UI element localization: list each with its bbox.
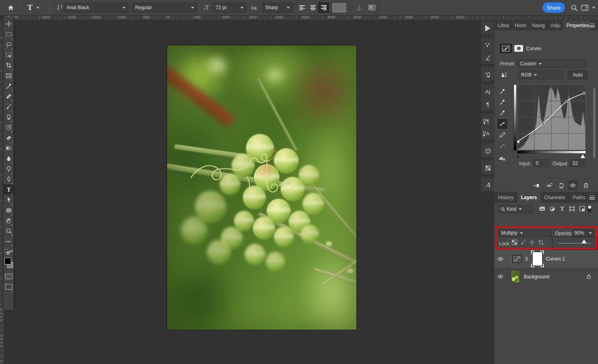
- paragraph-styles-panel-icon[interactable]: ¶: [481, 115, 494, 127]
- blend-mode-select[interactable]: Multiply: [498, 229, 552, 237]
- preset-select[interactable]: Custom: [517, 59, 586, 68]
- layer-lock-icon[interactable]: [586, 274, 592, 280]
- glyphs-panel-icon[interactable]: A: [481, 179, 494, 191]
- tool-move[interactable]: [4, 19, 14, 29]
- filter-smart-object-icon[interactable]: [578, 205, 586, 212]
- reset-adjustment-icon[interactable]: [557, 181, 566, 190]
- paragraph-panel-icon[interactable]: ¶: [481, 98, 494, 110]
- layer-row-curves[interactable]: Curves 1: [494, 250, 598, 268]
- tool-rectangular-marquee[interactable]: [4, 29, 14, 39]
- lock-pixels-icon[interactable]: [519, 239, 527, 246]
- workspace-icon[interactable]: [580, 3, 590, 12]
- opacity-slider-thumb[interactable]: [582, 239, 586, 243]
- layer-visibility-eye-icon[interactable]: [494, 250, 507, 268]
- layer-mask-thumbnail[interactable]: [532, 252, 543, 266]
- layer-name[interactable]: Background: [524, 274, 549, 280]
- auto-button[interactable]: Auto: [568, 70, 588, 79]
- mask-link-icon[interactable]: [524, 256, 529, 262]
- home-icon[interactable]: [6, 3, 16, 12]
- opacity-dropdown-button[interactable]: [587, 229, 594, 237]
- tab-paths[interactable]: Paths: [569, 192, 589, 203]
- tool-lasso[interactable]: [4, 39, 14, 50]
- align-left-button[interactable]: [297, 2, 307, 13]
- layers-panel-menu-icon[interactable]: [589, 192, 598, 203]
- black-input-slider[interactable]: [515, 154, 520, 158]
- tool-history-brush[interactable]: [4, 122, 14, 133]
- workspace-chevron-icon[interactable]: [590, 3, 597, 12]
- ruler-horizontal[interactable]: 0025002000150010005000500100015002000250…: [4, 15, 598, 20]
- lock-position-icon[interactable]: [528, 239, 536, 246]
- tab-navigator[interactable]: Navig: [529, 20, 547, 31]
- tool-hand[interactable]: [4, 215, 14, 226]
- tool-type[interactable]: T: [4, 184, 14, 195]
- patterns-panel-icon[interactable]: [481, 162, 494, 174]
- tool-object-selection[interactable]: [4, 50, 14, 60]
- clone-source-panel-icon[interactable]: [481, 68, 494, 81]
- tool-swap-colors[interactable]: ⇄: [4, 247, 14, 257]
- document-canvas[interactable]: [167, 45, 357, 330]
- 3d-panel-icon[interactable]: [481, 145, 494, 157]
- font-size-select[interactable]: 72 pt: [213, 3, 246, 12]
- tab-history[interactable]: History: [494, 192, 517, 203]
- filter-image-icon[interactable]: [538, 205, 546, 212]
- tool-preset-chevron-icon[interactable]: [35, 3, 41, 12]
- output-field[interactable]: 32: [570, 159, 586, 167]
- tool-more-options[interactable]: •••: [4, 236, 14, 247]
- tool-clone-stamp[interactable]: [4, 112, 14, 122]
- histogram-warning-icon[interactable]: [498, 153, 507, 163]
- font-family-select[interactable]: Arial Black: [64, 3, 128, 12]
- tab-channels[interactable]: Channels: [541, 192, 569, 203]
- share-button[interactable]: Share: [543, 2, 565, 13]
- filter-shape-icon[interactable]: [568, 205, 576, 212]
- targeted-adjustment-icon[interactable]: [499, 70, 509, 80]
- tab-histogram[interactable]: Histo: [511, 20, 529, 31]
- smooth-curve-icon[interactable]: [498, 141, 507, 151]
- anti-alias-select[interactable]: Sharp: [262, 3, 293, 12]
- tab-adjustments[interactable]: Adju: [547, 20, 563, 31]
- tool-gradient[interactable]: [4, 143, 14, 153]
- tool-eyedropper[interactable]: [4, 81, 14, 91]
- text-color-swatch[interactable]: [332, 3, 346, 12]
- tool-spot-healing[interactable]: [4, 91, 14, 102]
- curves-layer-thumbnail[interactable]: [512, 255, 522, 263]
- edit-points-icon[interactable]: [498, 119, 507, 129]
- layer-visibility-eye-icon[interactable]: [494, 268, 507, 285]
- warp-text-icon[interactable]: T: [354, 3, 364, 12]
- character-styles-panel-icon[interactable]: A: [481, 127, 494, 140]
- curves-graph[interactable]: [517, 84, 586, 150]
- tool-crop[interactable]: [4, 60, 14, 70]
- view-previous-state-icon[interactable]: [545, 181, 554, 190]
- type-tool-preset-icon[interactable]: T: [24, 3, 36, 12]
- channel-select[interactable]: RGB: [518, 70, 563, 79]
- toggle-panels-icon[interactable]: [367, 3, 377, 12]
- layer-row-background[interactable]: Background: [494, 268, 598, 285]
- layer-name[interactable]: Curves 1: [546, 256, 565, 262]
- input-field[interactable]: 0: [533, 159, 549, 167]
- tool-screen-mode[interactable]: [4, 282, 14, 292]
- filter-toggle[interactable]: [587, 205, 592, 213]
- search-icon[interactable]: [569, 3, 579, 12]
- filter-adjustment-icon[interactable]: [548, 205, 556, 212]
- tool-quick-mask[interactable]: [4, 271, 14, 282]
- background-layer-thumbnail[interactable]: [511, 270, 520, 283]
- white-point-eyedropper-icon[interactable]: [498, 108, 507, 117]
- lock-transparency-icon[interactable]: [510, 239, 518, 246]
- delete-adjustment-icon[interactable]: [581, 181, 591, 190]
- tool-blur[interactable]: [4, 153, 14, 164]
- tab-layers[interactable]: Layers: [517, 192, 541, 203]
- layer-mask-icon[interactable]: [514, 45, 523, 52]
- actions-panel-icon[interactable]: [481, 22, 494, 34]
- filter-kind-select[interactable]: Kind: [498, 205, 533, 213]
- tool-pen[interactable]: [4, 174, 14, 184]
- tool-path-selection[interactable]: [4, 195, 14, 205]
- gray-point-eyedropper-icon[interactable]: [498, 97, 507, 107]
- brushes-panel-icon[interactable]: [481, 51, 494, 64]
- visibility-eye-icon[interactable]: [568, 180, 578, 190]
- align-right-button[interactable]: [318, 2, 329, 13]
- tool-dodge[interactable]: [4, 164, 14, 174]
- white-input-slider[interactable]: [580, 154, 585, 158]
- tool-rectangle[interactable]: [4, 205, 14, 215]
- tab-libraries[interactable]: Libra: [494, 20, 511, 31]
- tool-eraser[interactable]: [4, 133, 14, 143]
- tool-zoom[interactable]: [4, 226, 14, 236]
